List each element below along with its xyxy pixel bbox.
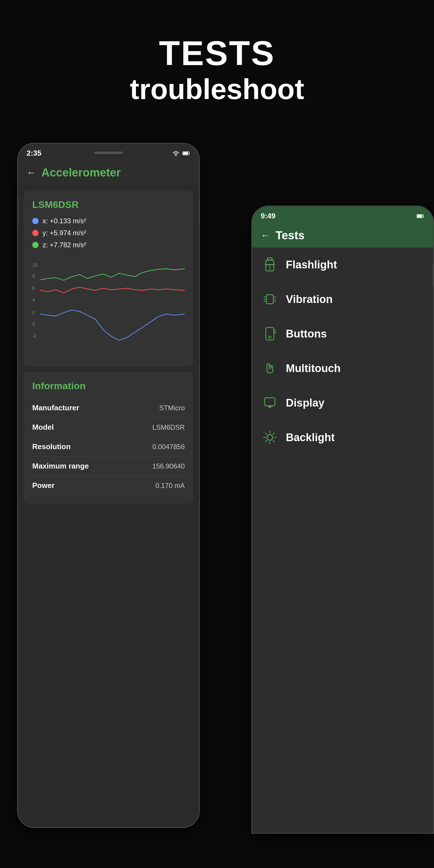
svg-rect-33: [265, 398, 275, 406]
phone-left: 2:35 ← Accelerometer: [17, 143, 200, 828]
flashlight-icon: [262, 257, 277, 272]
battery-icon-left: [182, 151, 190, 156]
back-button-right[interactable]: ←: [261, 230, 270, 241]
test-item-display[interactable]: Display: [252, 386, 433, 420]
accelerometer-chart: 10 8 6 4 2 0 -2: [32, 255, 185, 358]
svg-text:2: 2: [32, 310, 35, 315]
info-row-resolution: Resolution 0.0047856: [32, 437, 185, 457]
status-icons-left: [172, 150, 190, 156]
tests-list: Flashlight Vibration: [252, 248, 433, 834]
phone-speaker: [94, 152, 123, 154]
svg-rect-2: [183, 152, 188, 154]
test-item-multitouch[interactable]: Multitouch: [252, 351, 433, 386]
svg-text:8: 8: [32, 274, 35, 279]
test-name-buttons: Buttons: [286, 328, 327, 340]
app-header-accelerometer: ← Accelerometer: [18, 160, 199, 185]
phone-volume-button: [17, 195, 18, 229]
svg-rect-22: [267, 294, 273, 304]
display-svg: [264, 396, 276, 410]
info-row-power: Power 0.170 mA: [32, 476, 185, 495]
accelerometer-title: Accelerometer: [41, 166, 121, 179]
svg-text:-2: -2: [32, 333, 36, 339]
test-name-vibration: Vibration: [286, 293, 333, 306]
hero-subtitle: troubleshoot: [0, 72, 434, 106]
info-value-resolution: 0.0047856: [152, 443, 185, 451]
multitouch-icon: [262, 361, 277, 376]
info-label-power: Power: [32, 481, 55, 490]
hero-section: TESTS troubleshoot: [0, 34, 434, 106]
backlight-svg: [262, 430, 277, 445]
dot-z: [32, 242, 38, 248]
status-time-right: 9:49: [261, 212, 276, 220]
svg-text:0: 0: [32, 321, 35, 327]
sensor-card: LSM6DSR x: +0.133 m/s² y: +5.974 m/s² z:…: [24, 190, 193, 366]
wifi-icon: [172, 150, 180, 156]
sensor-card-title: LSM6DSR: [32, 199, 185, 210]
phone-power-button: [199, 201, 200, 223]
test-item-flashlight[interactable]: Flashlight: [252, 248, 433, 282]
test-name-display: Display: [286, 397, 324, 409]
tests-title: Tests: [276, 229, 305, 242]
test-name-flashlight: Flashlight: [286, 259, 337, 271]
flashlight-svg: [264, 257, 276, 272]
svg-line-41: [266, 433, 267, 434]
info-row-model: Model LSM6DSR: [32, 418, 185, 437]
status-icons-right: [416, 214, 425, 218]
back-button-left[interactable]: ←: [27, 167, 36, 178]
info-card-title: Information: [32, 380, 185, 392]
info-value-model: LSM6DSR: [152, 424, 185, 431]
svg-text:6: 6: [32, 285, 35, 291]
info-value-power: 0.170 mA: [155, 482, 185, 490]
svg-rect-18: [417, 215, 422, 217]
reading-x: x: +0.133 m/s²: [32, 217, 185, 225]
info-label-resolution: Resolution: [32, 442, 70, 451]
multitouch-svg: [263, 361, 277, 376]
reading-y: y: +5.974 m/s²: [32, 229, 185, 237]
svg-point-36: [267, 435, 273, 440]
dot-y: [32, 230, 38, 236]
app-header-tests: ← Tests: [252, 223, 433, 248]
buttons-icon: [262, 327, 277, 341]
svg-line-43: [273, 433, 274, 434]
info-label-maxrange: Maximum range: [32, 462, 89, 470]
reading-z-value: z: +7.782 m/s²: [42, 241, 86, 249]
info-card: Information Manufacturer STMicro Model L…: [24, 372, 193, 504]
info-row-maxrange: Maximum range 156.90640: [32, 457, 185, 476]
info-value-manufacturer: STMicro: [159, 404, 185, 412]
vibration-icon: [262, 292, 277, 307]
phone-right: 9:49 ← Tests: [251, 206, 434, 834]
info-label-model: Model: [32, 423, 54, 432]
display-icon: [262, 396, 277, 410]
phone-power-button-right: [433, 264, 434, 286]
status-time-left: 2:35: [27, 149, 41, 158]
svg-text:10: 10: [32, 262, 37, 268]
battery-icon-right: [416, 214, 425, 218]
reading-y-value: y: +5.974 m/s²: [42, 229, 86, 237]
test-name-multitouch: Multitouch: [286, 362, 341, 375]
test-item-vibration[interactable]: Vibration: [252, 282, 433, 317]
info-value-maxrange: 156.90640: [152, 462, 185, 470]
backlight-icon: [262, 430, 277, 445]
reading-z: z: +7.782 m/s²: [32, 241, 185, 249]
test-item-buttons[interactable]: Buttons: [252, 317, 433, 351]
test-name-backlight: Backlight: [286, 431, 335, 444]
info-row-manufacturer: Manufacturer STMicro: [32, 398, 185, 418]
vibration-svg: [262, 292, 277, 307]
chart-svg: 10 8 6 4 2 0 -2: [32, 255, 185, 358]
test-item-backlight[interactable]: Backlight: [252, 420, 433, 455]
phones-area: 2:35 ← Accelerometer: [0, 126, 434, 868]
hero-title: TESTS: [0, 34, 434, 72]
buttons-svg: [264, 327, 276, 341]
svg-text:4: 4: [32, 298, 35, 303]
svg-line-42: [273, 440, 274, 442]
svg-point-0: [175, 154, 177, 156]
info-label-manufacturer: Manufacturer: [32, 403, 80, 412]
svg-line-44: [266, 440, 267, 442]
status-bar-right: 9:49: [252, 207, 433, 223]
reading-x-value: x: +0.133 m/s²: [42, 217, 86, 225]
dot-x: [32, 218, 38, 224]
svg-point-32: [269, 336, 271, 338]
